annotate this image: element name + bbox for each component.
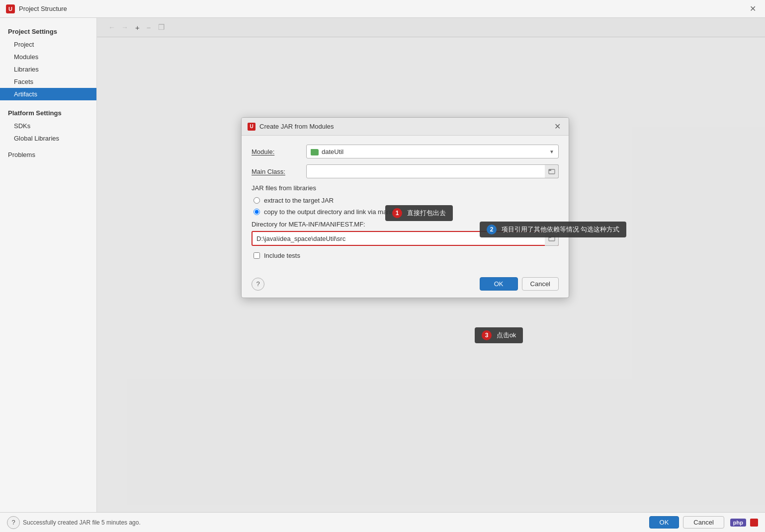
annotation-text-1: 直接打包出去 (407, 209, 446, 217)
annotation-badge-2: 2 (487, 225, 497, 234)
main-class-input[interactable] (306, 164, 559, 178)
window-title: Project Structure (19, 5, 67, 12)
dialog-icon: U (248, 123, 255, 131)
dialog-footer: ? OK Cancel (242, 273, 569, 298)
main-class-label: Main Class: (252, 168, 306, 175)
content-area: ← → + − ❐ Nothing t U Create JAR from Mo… (97, 18, 765, 512)
include-tests-row: Include tests (254, 252, 559, 259)
bottom-ok-button[interactable]: OK (649, 516, 680, 529)
bottom-help-button[interactable]: ? (7, 516, 20, 529)
include-tests-checkbox[interactable] (254, 252, 260, 259)
dialog-ok-button[interactable]: OK (480, 277, 518, 291)
annotation-badge-1: 1 (392, 208, 402, 218)
main-class-browse-button[interactable] (545, 164, 559, 178)
main-class-input-wrapper (306, 164, 559, 178)
svg-rect-1 (549, 169, 551, 171)
module-label: Module: (252, 148, 306, 155)
dialog-title-bar: U Create JAR from Modules ✕ (242, 118, 569, 136)
window-close-button[interactable]: ✕ (747, 3, 759, 14)
module-value: dateUtil (322, 148, 343, 155)
annotation-badge-3: 3 (482, 330, 492, 340)
project-settings-heading: Project Settings (0, 25, 96, 38)
bottom-bar: ? Successfully created JAR file 5 minute… (0, 512, 765, 532)
sidebar-item-modules[interactable]: Modules (0, 51, 96, 63)
dialog-help-button[interactable]: ? (252, 278, 264, 291)
sidebar-divider-2 (0, 145, 96, 149)
copy-radio[interactable] (254, 209, 260, 215)
annotation-tooltip-1: 1 直接打包出去 (385, 205, 453, 221)
module-select-wrapper: dateUtil ▼ (306, 145, 559, 158)
main-layout: Project Settings Project Modules Librari… (0, 18, 765, 512)
app-icon: U (6, 4, 15, 13)
annotation-text-3: 点击ok (497, 331, 516, 339)
extract-radio-row: extract to the target JAR (254, 197, 559, 204)
dialog-title-left: U Create JAR from Modules (248, 123, 334, 131)
annotation-text-2: 项目引用了其他依赖等情况 勾选这种方式 (502, 226, 620, 233)
title-bar: U Project Structure ✕ (0, 0, 765, 18)
footer-buttons: OK Cancel (480, 277, 559, 291)
bottom-status-text: Successfully created JAR file 5 minutes … (23, 519, 141, 526)
sidebar-item-global-libraries[interactable]: Global Libraries (0, 132, 96, 145)
jar-files-section-label: JAR files from libraries (252, 184, 559, 192)
sidebar-item-facets[interactable]: Facets (0, 76, 96, 88)
bottom-right: OK Cancel php (649, 516, 758, 529)
sidebar: Project Settings Project Modules Librari… (0, 18, 97, 512)
copy-label[interactable]: copy to the output directory and link vi… (264, 208, 402, 216)
bottom-cancel-button[interactable]: Cancel (683, 516, 724, 529)
sidebar-item-libraries[interactable]: Libraries (0, 63, 96, 76)
php-bar-icon (750, 519, 758, 527)
sidebar-item-project[interactable]: Project (0, 38, 96, 51)
annotation-tooltip-2: 2 项目引用了其他依赖等情况 勾选这种方式 (480, 222, 626, 237)
bottom-left: ? Successfully created JAR file 5 minute… (7, 516, 141, 529)
title-bar-left: U Project Structure (6, 4, 67, 13)
include-tests-label[interactable]: Include tests (264, 252, 300, 259)
module-row: Module: dateUtil ▼ (252, 145, 559, 158)
dialog-cancel-button[interactable]: Cancel (522, 277, 559, 291)
annotation-tooltip-3: 3 点击ok (475, 327, 523, 343)
sidebar-item-artifacts[interactable]: Artifacts (0, 88, 96, 100)
main-class-row: Main Class: (252, 164, 559, 178)
sidebar-item-sdks[interactable]: SDKs (0, 120, 96, 132)
dialog-title-text: Create JAR from Modules (259, 123, 334, 130)
module-dropdown-arrow: ▼ (549, 149, 554, 154)
module-display[interactable]: dateUtil ▼ (306, 145, 559, 158)
dialog-body: Module: dateUtil ▼ Main Class: (242, 136, 569, 273)
php-badge: php (730, 519, 746, 527)
extract-label[interactable]: extract to the target JAR (264, 197, 334, 204)
platform-settings-heading: Platform Settings (0, 106, 96, 120)
sidebar-item-problems[interactable]: Problems (0, 149, 96, 161)
extract-radio[interactable] (254, 197, 260, 204)
sidebar-divider (0, 100, 96, 104)
dialog-close-button[interactable]: ✕ (552, 122, 563, 131)
